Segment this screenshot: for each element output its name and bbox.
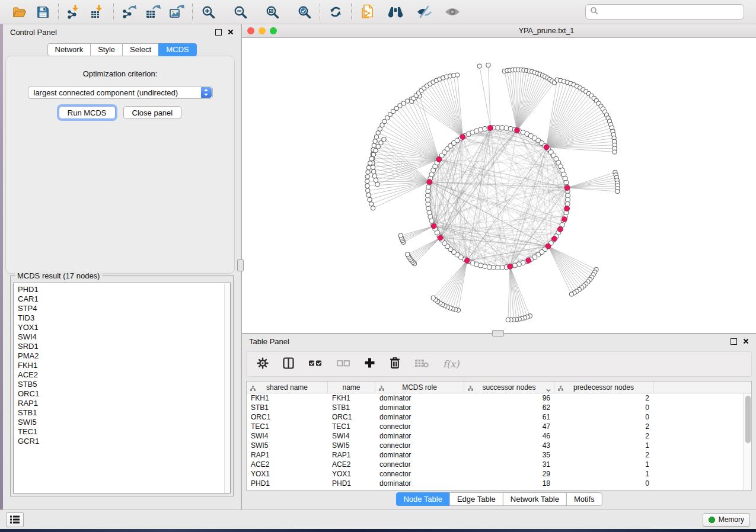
cell-shared_name[interactable]: TEC1: [247, 422, 328, 431]
mcds-result-item[interactable]: RAP1: [18, 399, 230, 408]
cell-name[interactable]: SWI5: [328, 441, 375, 450]
cell-successor_nodes[interactable]: 29: [464, 469, 554, 479]
import-table-icon[interactable]: [89, 3, 107, 21]
search-field[interactable]: [585, 4, 744, 20]
table-row[interactable]: SWI5SWI5connector431: [247, 441, 744, 450]
cell-successor_nodes[interactable]: 31: [464, 460, 554, 469]
mcds-result-item[interactable]: SWI5: [18, 418, 230, 427]
horizontal-splitter-handle[interactable]: [492, 330, 504, 336]
table-scrollbar-thumb[interactable]: [745, 396, 751, 443]
list-scrollbar[interactable]: [224, 283, 230, 493]
cell-predecessor_nodes[interactable]: 2: [554, 431, 653, 441]
cell-successor_nodes[interactable]: 47: [464, 422, 554, 431]
zoom-selected-icon[interactable]: [295, 3, 313, 21]
zoom-out-icon[interactable]: [231, 3, 249, 21]
cell-successor_nodes[interactable]: 35: [464, 450, 554, 460]
network-canvas[interactable]: [242, 38, 756, 333]
cell-predecessor_nodes[interactable]: 1: [554, 469, 653, 479]
cell-predecessor_nodes[interactable]: 1: [554, 441, 653, 450]
export-image-icon[interactable]: [168, 3, 186, 21]
zoom-fit-icon[interactable]: [263, 3, 281, 21]
cell-shared_name[interactable]: SWI4: [247, 431, 328, 441]
mcds-result-item[interactable]: SRD1: [18, 342, 230, 351]
cell-predecessor_nodes[interactable]: 0: [554, 403, 653, 412]
mcds-result-item[interactable]: STB1: [18, 408, 230, 418]
table-row[interactable]: PHD1PHD1dominator180: [247, 479, 744, 488]
cell-predecessor_nodes[interactable]: 0: [554, 412, 653, 422]
export-network-icon[interactable]: [120, 3, 138, 21]
mcds-result-item[interactable]: ORC1: [18, 389, 230, 399]
tab-edge-table[interactable]: Edge Table: [449, 492, 503, 506]
cell-successor_nodes[interactable]: 96: [464, 393, 554, 403]
mcds-result-item[interactable]: STB5: [18, 380, 230, 389]
cell-mcds_role[interactable]: dominator: [375, 479, 464, 488]
select-all-rows-icon[interactable]: [308, 359, 323, 370]
cell-name[interactable]: ACE2: [328, 460, 375, 469]
cell-mcds_role[interactable]: dominator: [375, 450, 464, 460]
first-neighbors-icon[interactable]: [387, 3, 404, 21]
cell-mcds_role[interactable]: dominator: [375, 412, 464, 422]
mcds-result-item[interactable]: GCR1: [18, 437, 230, 446]
table-row[interactable]: YOX1YOX1connector291: [247, 469, 744, 479]
close-window-icon[interactable]: [247, 27, 254, 34]
memory-button[interactable]: Memory: [703, 513, 750, 527]
cell-shared_name[interactable]: ORC1: [247, 412, 328, 422]
cell-name[interactable]: ORC1: [328, 412, 375, 422]
import-network-icon[interactable]: [65, 3, 83, 21]
cell-predecessor_nodes[interactable]: 2: [554, 393, 653, 403]
table-options-icon[interactable]: [257, 357, 269, 371]
mcds-result-item[interactable]: PHD1: [18, 285, 230, 294]
cell-shared_name[interactable]: RAP1: [247, 450, 328, 460]
cell-name[interactable]: YOX1: [328, 469, 375, 479]
tab-select[interactable]: Select: [122, 43, 159, 56]
minimize-window-icon[interactable]: [259, 27, 266, 34]
table-row[interactable]: TEC1TEC1connector472: [247, 422, 744, 431]
tab-node-table[interactable]: Node Table: [395, 492, 450, 506]
delete-column-icon[interactable]: [390, 357, 400, 371]
cell-name[interactable]: PHD1: [328, 479, 375, 488]
cell-predecessor_nodes[interactable]: 0: [554, 479, 653, 488]
cell-mcds_role[interactable]: connector: [375, 469, 464, 479]
optimization-criterion-select[interactable]: largest connected component (undirected): [28, 86, 213, 99]
cell-successor_nodes[interactable]: 46: [464, 431, 554, 441]
tab-motifs[interactable]: Motifs: [566, 492, 602, 506]
cell-shared_name[interactable]: PHD1: [247, 479, 328, 488]
close-panel-icon[interactable]: [743, 337, 749, 346]
cell-mcds_role[interactable]: connector: [375, 460, 464, 469]
column-header-name[interactable]: name: [328, 382, 375, 393]
refresh-view-icon[interactable]: [327, 3, 344, 21]
cell-successor_nodes[interactable]: 43: [464, 441, 554, 450]
tab-mcds[interactable]: MCDS: [158, 43, 196, 56]
mcds-result-item[interactable]: YOX1: [18, 323, 230, 332]
zoom-in-icon[interactable]: [199, 3, 217, 21]
close-panel-button[interactable]: Close panel: [123, 106, 182, 119]
cell-shared_name[interactable]: ACE2: [247, 460, 328, 469]
task-history-button[interactable]: [6, 512, 24, 527]
cell-shared_name[interactable]: SWI5: [247, 441, 328, 450]
cell-predecessor_nodes[interactable]: 1: [554, 460, 653, 469]
cell-predecessor_nodes[interactable]: 2: [554, 422, 653, 431]
mcds-result-item[interactable]: SWI4: [18, 332, 230, 342]
cell-mcds_role[interactable]: connector: [375, 422, 464, 431]
mcds-result-item[interactable]: CAR1: [18, 294, 230, 304]
column-header-mcds_role[interactable]: MCDS role: [375, 382, 464, 393]
mcds-result-item[interactable]: TEC1: [18, 427, 230, 437]
cell-shared_name[interactable]: STB1: [247, 403, 328, 412]
share-document-icon[interactable]: [358, 3, 376, 21]
tab-style[interactable]: Style: [90, 43, 123, 56]
tab-network[interactable]: Network: [47, 43, 91, 56]
tab-network-table[interactable]: Network Table: [503, 492, 567, 506]
show-columns-icon[interactable]: [283, 357, 294, 371]
cell-successor_nodes[interactable]: 18: [464, 479, 554, 488]
cell-shared_name[interactable]: YOX1: [247, 469, 328, 479]
vertical-splitter-handle[interactable]: [237, 259, 244, 271]
table-row[interactable]: SWI4SWI4dominator462: [247, 431, 744, 441]
cell-mcds_role[interactable]: dominator: [375, 431, 464, 441]
table-row[interactable]: ORC1ORC1dominator610: [247, 412, 744, 422]
hide-selected-icon[interactable]: [415, 3, 433, 21]
mcds-result-item[interactable]: STP4: [18, 304, 230, 313]
table-row[interactable]: ACE2ACE2connector311: [247, 460, 744, 469]
column-header-shared_name[interactable]: shared name: [247, 382, 328, 393]
cell-mcds_role[interactable]: connector: [375, 441, 464, 450]
cell-mcds_role[interactable]: dominator: [375, 393, 464, 403]
